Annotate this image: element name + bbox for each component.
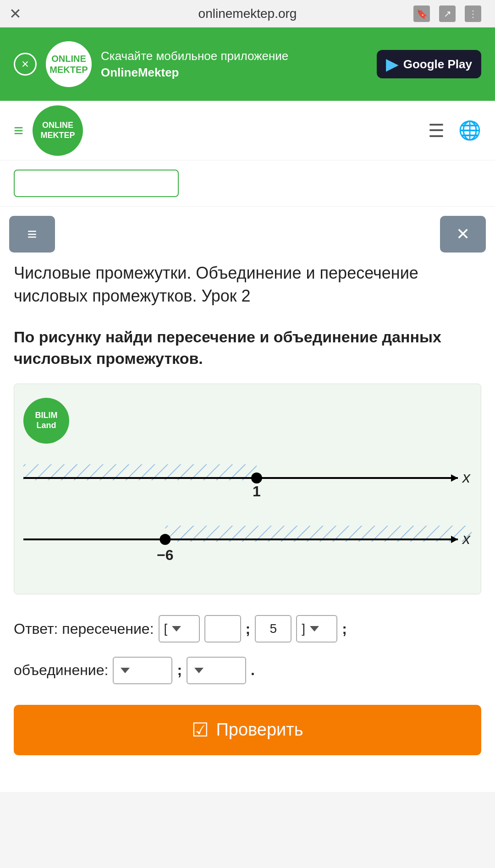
float-menu-button[interactable]: ≡ [9, 216, 55, 253]
check-button[interactable]: ☑ Проверить [14, 705, 481, 755]
intersection-row: Ответ: пересечение: [ ; 5 ] ; [14, 613, 481, 645]
graph-area: BILIM Land [14, 384, 481, 594]
more-icon[interactable]: ⋮ [465, 5, 481, 22]
bookmark-icon[interactable]: 🔖 [413, 5, 430, 22]
check-button-label: Проверить [216, 720, 303, 740]
right-bracket-select[interactable]: ] [296, 615, 337, 643]
union-dropdown2[interactable] [187, 657, 246, 684]
semicolon-1: ; [246, 613, 251, 645]
answer-area: Ответ: пересечение: [ ; 5 ] ; [14, 613, 481, 687]
google-play-label: Google Play [403, 57, 472, 71]
union-label: объединение: [14, 654, 108, 686]
header-nav: ≡ ONLINE MEKTEP ☰ 🌐 [0, 101, 495, 160]
left-bracket-value: [ [164, 615, 168, 643]
check-icon: ☑ [192, 719, 209, 741]
right-bracket-chevron [310, 626, 319, 632]
svg-text:x: x [462, 530, 471, 547]
left-bracket-select[interactable]: [ [159, 615, 200, 643]
nav-right-icons: ☰ 🌐 [428, 120, 481, 141]
browser-action-icons: 🔖 ↗ ⋮ [413, 5, 481, 22]
svg-point-5 [251, 472, 262, 483]
union-row: объединение: ; . [14, 654, 481, 686]
svg-text:x: x [462, 468, 471, 486]
banner-description: Скачайте мобильное приложение OnlineMekt… [101, 48, 368, 81]
nav-menu-icon[interactable]: ≡ [14, 121, 23, 140]
lesson-container: Числовые промежутки. Объединение и перес… [0, 253, 495, 764]
banner-close-button[interactable]: × [14, 53, 37, 76]
right-bracket-value: ] [302, 615, 305, 643]
float-close-button[interactable]: ✕ [440, 216, 486, 253]
app-banner: × ONLINE MEKTEP Скачайте мобильное прило… [0, 27, 495, 101]
union-dropdown2-chevron [194, 668, 204, 673]
search-input-box[interactable] [14, 170, 179, 197]
globe-icon[interactable]: 🌐 [458, 120, 481, 141]
browser-close-icon[interactable]: ✕ [9, 5, 22, 22]
google-play-button[interactable]: ▶ Google Play [377, 50, 481, 78]
list-icon[interactable]: ☰ [428, 120, 445, 141]
svg-text:−6: −6 [157, 547, 173, 563]
browser-url: onlinemektep.org [198, 6, 297, 21]
union-period: . [251, 654, 255, 686]
svg-marker-4 [451, 474, 458, 482]
search-area [0, 160, 495, 207]
browser-bar: ✕ onlinemektep.org 🔖 ↗ ⋮ [0, 0, 495, 27]
bottom-spacer [0, 764, 495, 792]
intersection-label: Ответ: пересечение: [14, 613, 154, 645]
lesson-title: Числовые промежутки. Объединение и перес… [14, 262, 481, 308]
semicolon-2: ; [342, 613, 347, 645]
number-line-1-svg: 1 x [23, 453, 472, 499]
float-menu-icon: ≡ [27, 225, 37, 244]
float-buttons-row: ≡ ✕ [0, 207, 495, 253]
number-line-1: 1 x [23, 453, 472, 500]
google-play-icon: ▶ [386, 55, 399, 74]
svg-point-13 [160, 534, 170, 545]
banner-logo: ONLINE MEKTEP [46, 41, 92, 87]
nav-logo: ONLINE MEKTEP [33, 105, 83, 156]
union-dropdown1-chevron [121, 668, 130, 673]
intersection-value1-input[interactable] [204, 615, 241, 643]
number-line-2-svg: −6 x [23, 514, 472, 565]
share-icon[interactable]: ↗ [439, 5, 456, 22]
left-bracket-chevron [172, 626, 181, 632]
float-close-icon: ✕ [456, 225, 470, 244]
content: ≡ ✕ Числовые промежутки. Объединение и п… [0, 207, 495, 792]
number-line-2: −6 x [23, 514, 472, 566]
bilim-land-badge: BILIM Land [23, 398, 69, 444]
svg-text:1: 1 [253, 483, 261, 499]
union-dropdown1[interactable] [113, 657, 172, 684]
question-text: По рисунку найди пересечение и объединен… [14, 326, 481, 370]
union-semicolon: ; [177, 654, 182, 686]
intersection-value2: 5 [255, 615, 292, 643]
